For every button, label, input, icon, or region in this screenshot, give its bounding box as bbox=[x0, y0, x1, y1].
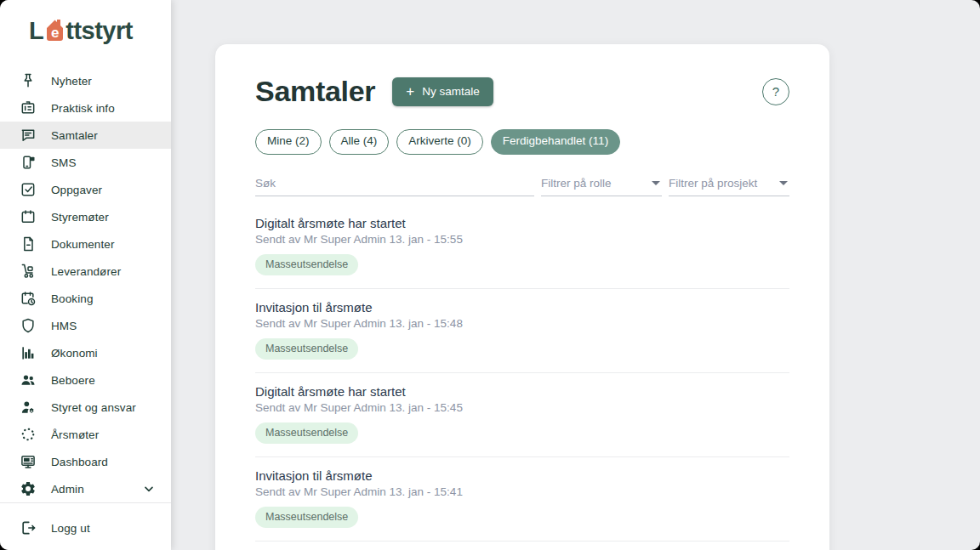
conversation-row[interactable]: Invitasjon til årsmøteSendt av Mr Super … bbox=[255, 289, 789, 373]
logout-icon bbox=[19, 519, 37, 537]
sidebar-item-styremoter[interactable]: Styremøter bbox=[0, 203, 171, 230]
chevron-down-icon bbox=[142, 482, 156, 496]
logo-letter-suffix: ttstyrt bbox=[66, 19, 133, 43]
sidebar-item-label: Oppgaver bbox=[51, 184, 102, 196]
handtruck-icon bbox=[19, 263, 37, 281]
monitor-icon bbox=[19, 453, 37, 471]
sidebar-item-label: Leverandører bbox=[51, 265, 121, 278]
logo-letter-prefix: L bbox=[29, 19, 43, 43]
conversation-title: Digitalt årsmøte har startet bbox=[255, 384, 789, 399]
sidebar-item-styret-og-ansvar[interactable]: Styret og ansvar bbox=[0, 394, 171, 421]
page-title: Samtaler bbox=[255, 75, 375, 108]
conversation-tag-badge: Masseutsendelse bbox=[255, 254, 358, 275]
sidebar-item-label: Nyheter bbox=[51, 75, 92, 88]
sidebar-item-hms[interactable]: HMS bbox=[0, 312, 171, 339]
bulletin-board-icon bbox=[19, 99, 37, 117]
samtaler-card: Samtaler + Ny samtale ? Mine (2)Alle (4)… bbox=[215, 44, 829, 550]
sidebar-item-label: Dashboard bbox=[51, 456, 108, 468]
sidebar-item-dashboard[interactable]: Dashboard bbox=[0, 448, 171, 475]
dropdown-caret-icon bbox=[652, 181, 660, 185]
sidebar-item-label: Styret og ansvar bbox=[51, 401, 136, 414]
sidebar-item-arsmoter[interactable]: Årsmøter bbox=[0, 421, 171, 448]
conversation-row[interactable]: Digitalt årsmøte har startetSendt av Mr … bbox=[255, 205, 789, 289]
chip-arkiverte-0[interactable]: Arkiverte (0) bbox=[396, 129, 483, 155]
dropdown-caret-icon bbox=[779, 181, 788, 185]
gear-icon bbox=[19, 480, 37, 498]
chip-alle-4[interactable]: Alle (4) bbox=[329, 129, 390, 155]
sidebar-item-dokumenter[interactable]: Dokumenter bbox=[0, 230, 171, 258]
sidebar-item-label: HMS bbox=[51, 320, 77, 332]
filter-row: Filtrer på rolle Filtrer på prosjekt bbox=[255, 173, 789, 196]
house-logo-icon: e bbox=[44, 17, 66, 42]
conversation-tag-badge: Masseutsendelse bbox=[255, 507, 358, 528]
sidebar-item-label: Styremøter bbox=[51, 211, 109, 224]
sidebar-item-admin[interactable]: Admin bbox=[0, 475, 171, 502]
calendar-icon bbox=[19, 208, 37, 226]
sidebar-item-label: Booking bbox=[51, 292, 94, 305]
plus-icon: + bbox=[406, 86, 414, 97]
chat-icon bbox=[19, 127, 37, 145]
project-filter-select[interactable]: Filtrer på prosjekt bbox=[669, 173, 789, 196]
sidebar-item-label: Dokumenter bbox=[51, 238, 115, 251]
sidebar: Lettstyrt NyheterPraktisk infoSamtalerSM… bbox=[0, 0, 171, 550]
conversation-title: Digitalt årsmøte har startet bbox=[255, 216, 789, 230]
sidebar-item-label: Samtaler bbox=[51, 129, 98, 142]
conversation-title: Invitasjon til årsmøte bbox=[255, 300, 789, 315]
calendar-clock-icon bbox=[19, 290, 37, 308]
person-gear-icon bbox=[19, 399, 37, 417]
project-filter-value: Filtrer på prosjekt bbox=[669, 177, 774, 190]
sidebar-item-samtaler[interactable]: Samtaler bbox=[0, 122, 171, 149]
conversation-meta: Sendt av Mr Super Admin 13. jan - 15:48 bbox=[255, 317, 789, 330]
help-button[interactable]: ? bbox=[762, 78, 789, 105]
conversation-list: Digitalt årsmøte har startetSendt av Mr … bbox=[255, 205, 789, 550]
shield-icon bbox=[19, 317, 37, 335]
role-filter-select[interactable]: Filtrer på rolle bbox=[541, 173, 662, 196]
dotted-circle-icon bbox=[19, 426, 37, 444]
chip-ferdigbehandlet-11[interactable]: Ferdigbehandlet (11) bbox=[491, 129, 620, 155]
sidebar-item-label: Praktisk info bbox=[51, 102, 115, 115]
filter-chips: Mine (2)Alle (4)Arkiverte (0)Ferdigbehan… bbox=[255, 129, 789, 155]
sidebar-item-nyheter[interactable]: Nyheter bbox=[0, 67, 171, 94]
phone-message-icon bbox=[19, 154, 37, 172]
sidebar-item-label: Logg ut bbox=[51, 522, 90, 535]
sidebar-item-label: Årsmøter bbox=[51, 428, 99, 441]
question-mark-icon: ? bbox=[772, 84, 779, 99]
sidebar-item-label: Beboere bbox=[51, 374, 95, 387]
sidebar-item-leverandorer[interactable]: Leverandører bbox=[0, 258, 171, 285]
svg-text:e: e bbox=[51, 25, 59, 41]
role-filter-value: Filtrer på rolle bbox=[541, 177, 647, 190]
conversation-tag-badge: Masseutsendelse bbox=[255, 422, 358, 444]
sidebar-item-logg-ut[interactable]: Logg ut bbox=[0, 513, 171, 543]
sidebar-item-label: Admin bbox=[51, 483, 84, 496]
conversation-meta: Sendt av Mr Super Admin 13. jan - 15:41 bbox=[255, 485, 789, 498]
sidebar-item-label: Økonomi bbox=[51, 347, 98, 360]
new-conversation-label: Ny samtale bbox=[422, 85, 480, 98]
document-icon bbox=[19, 235, 37, 253]
conversation-meta: Sendt av Mr Super Admin 13. jan - 15:55 bbox=[255, 233, 789, 246]
checkbox-icon bbox=[19, 181, 37, 199]
brand-logo: Lettstyrt bbox=[29, 19, 171, 43]
conversation-meta: Sendt av Mr Super Admin 13. jan - 15:45 bbox=[255, 401, 789, 414]
new-conversation-button[interactable]: + Ny samtale bbox=[392, 77, 493, 106]
sidebar-item-praktisk-info[interactable]: Praktisk info bbox=[0, 94, 171, 122]
app-window: Lettstyrt NyheterPraktisk infoSamtalerSM… bbox=[0, 0, 980, 550]
sidebar-item-booking[interactable]: Booking bbox=[0, 285, 171, 312]
search-input[interactable] bbox=[255, 173, 534, 196]
main-area: Samtaler + Ny samtale ? Mine (2)Alle (4)… bbox=[171, 0, 980, 550]
sidebar-item-okonomi[interactable]: Økonomi bbox=[0, 339, 171, 366]
sidebar-item-label: SMS bbox=[51, 156, 77, 169]
conversation-row[interactable]: Invitasjon til årsmøteSendt av Mr Super … bbox=[255, 457, 789, 541]
sidebar-item-beboere[interactable]: Beboere bbox=[0, 366, 171, 394]
conversation-row[interactable]: frefreSendt av Mr Super Admin 04. nov 20… bbox=[255, 541, 789, 550]
bar-chart-icon bbox=[19, 344, 37, 362]
sidebar-item-sms[interactable]: SMS bbox=[0, 149, 171, 176]
sidebar-item-oppgaver[interactable]: Oppgaver bbox=[0, 176, 171, 203]
conversation-row[interactable]: Digitalt årsmøte har startetSendt av Mr … bbox=[255, 373, 789, 457]
page-header: Samtaler + Ny samtale ? bbox=[255, 75, 789, 108]
people-icon bbox=[19, 371, 37, 389]
sidebar-nav: NyheterPraktisk infoSamtalerSMSOppgaverS… bbox=[0, 67, 171, 502]
chip-mine-2[interactable]: Mine (2) bbox=[255, 129, 322, 155]
conversation-tag-badge: Masseutsendelse bbox=[255, 338, 358, 360]
sidebar-footer: Logg ut bbox=[0, 502, 171, 550]
conversation-title: Invitasjon til årsmøte bbox=[255, 468, 789, 483]
